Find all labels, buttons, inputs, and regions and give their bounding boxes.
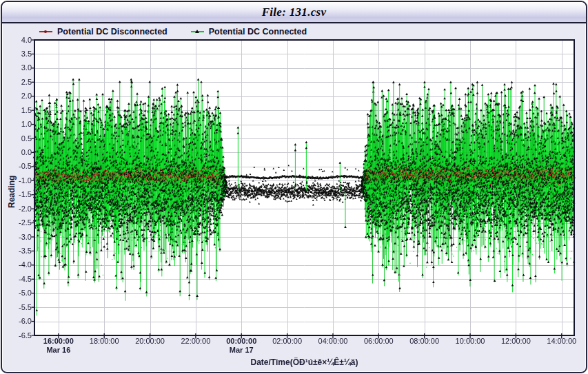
x-date-label: Mar 17 [219, 346, 263, 355]
x-tick-label: 08:00:00 [403, 337, 447, 346]
x-date-label: Mar 16 [37, 346, 81, 355]
red-line-marker-icon [39, 31, 52, 32]
y-tick-label: 3.5 [2, 50, 32, 59]
y-tick-label: 0.0 [2, 148, 32, 157]
chart-canvas [28, 33, 581, 342]
x-tick-label: 16:00:00 [37, 337, 81, 346]
y-tick-label: -3.0 [2, 233, 32, 242]
x-axis-title: Date/Time(ÖÐ¹ú±ê×¼Ê±¼ä) [34, 357, 574, 367]
y-tick-label: 2.5 [2, 78, 32, 87]
x-tick-label: 22:00:00 [174, 337, 218, 346]
y-tick-label: -4.0 [2, 260, 32, 269]
window-title: File: 131.csv [262, 6, 327, 19]
x-tick-label: 04:00:00 [311, 337, 355, 346]
green-line-marker-icon [191, 31, 204, 32]
y-tick-label: 1.0 [2, 120, 32, 129]
x-tick-label: 10:00:00 [448, 337, 492, 346]
y-tick-label: 1.5 [2, 106, 32, 115]
y-tick-label: -5.0 [2, 289, 32, 298]
window-titlebar[interactable]: File: 131.csv [2, 2, 586, 23]
x-tick-label: 18:00:00 [82, 337, 126, 346]
y-tick-label: -3.5 [2, 247, 32, 256]
y-tick-label: -0.5 [2, 162, 32, 171]
y-tick-label: -1.5 [2, 190, 32, 199]
y-tick-label: -6.0 [2, 317, 32, 326]
chart-window: File: 131.csv Potential DC Disconnected … [1, 1, 587, 373]
y-tick-label: 0.5 [2, 134, 32, 143]
y-tick-label: -2.0 [2, 205, 32, 214]
x-tick-label: 14:00:00 [540, 337, 584, 346]
y-tick-label: 2.0 [2, 92, 32, 101]
y-tick-label: 3.0 [2, 63, 32, 72]
screenshot-root: File: 131.csv Potential DC Disconnected … [0, 0, 588, 374]
y-tick-label: -4.5 [2, 275, 32, 284]
y-tick-label: -2.5 [2, 218, 32, 227]
x-tick-label: 12:00:00 [494, 337, 538, 346]
x-tick-label: 06:00:00 [356, 337, 401, 346]
y-tick-label: -5.5 [2, 303, 32, 312]
y-tick-label: 4.0 [2, 36, 32, 45]
y-tick-label: -6.5 [2, 331, 32, 340]
x-tick-label: 20:00:00 [128, 337, 172, 346]
x-tick-label: 00:00:00 [219, 337, 263, 346]
y-tick-label: -1.0 [2, 176, 32, 185]
x-tick-label: 02:00:00 [265, 337, 310, 346]
